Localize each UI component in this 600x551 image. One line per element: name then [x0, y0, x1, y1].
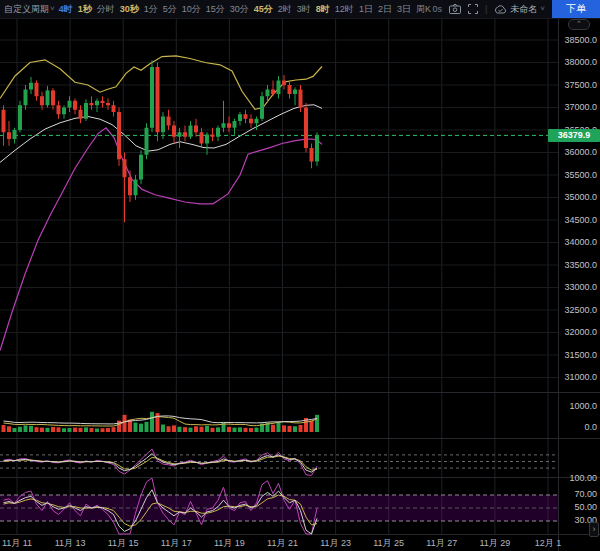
period-button-3[interactable]: 分时: [97, 3, 115, 16]
price-tick-label: 37500.0: [564, 81, 597, 90]
price-tick-label: 35000.0: [564, 193, 597, 202]
price-tick-label: 32000.0: [564, 328, 597, 337]
layout-name: 未命名: [510, 3, 537, 16]
time-tick-label: 11月 13: [55, 539, 86, 548]
price-tick-label: 38000.0: [564, 58, 597, 67]
period-button-13[interactable]: 8时: [316, 3, 330, 16]
cloud-icon: [494, 5, 507, 14]
chart-toolbar: 自定义周期 ˅ 4时1秒分时30秒1分5分10分15分30分45分2时3时8时1…: [0, 0, 600, 19]
fullscreen-button[interactable]: [468, 4, 478, 14]
layout-menu[interactable]: 未命名 ˅: [494, 3, 545, 16]
period-button-17[interactable]: 3日: [397, 3, 411, 16]
period-button-5[interactable]: 1分: [144, 3, 158, 16]
price-tick-label: 34000.0: [564, 238, 597, 247]
price-tick-label: 34500.0: [564, 216, 597, 225]
time-tick-label: 11月 27: [426, 539, 457, 548]
fullscreen-icon: [468, 4, 478, 14]
price-tick-label: 36000.0: [564, 148, 597, 157]
current-price-tag: 36379.9: [548, 129, 600, 142]
period-button-7[interactable]: 10分: [182, 3, 201, 16]
oscillator-tick-label: 50.00: [574, 503, 597, 512]
time-tick-label: 12月 1: [535, 539, 562, 548]
price-tick-label: 31500.0: [564, 351, 597, 360]
period-button-8[interactable]: 15分: [206, 3, 225, 16]
price-tick-label: 31000.0: [564, 373, 597, 382]
time-tick-label: 11月 21: [267, 539, 298, 548]
axis-expand-button[interactable]: ›: [589, 522, 599, 537]
chevron-down-icon: ˅: [540, 5, 545, 13]
chevron-down-icon: ˅: [50, 5, 55, 13]
time-tick-label: 11月 11: [2, 539, 32, 548]
screenshot-button[interactable]: [449, 4, 461, 14]
period-toolbar: 自定义周期 ˅ 4时1秒分时30秒1分5分10分15分30分45分2时3时8时1…: [0, 3, 431, 16]
camera-icon: [449, 4, 461, 14]
custom-period-dropdown[interactable]: 自定义周期 ˅: [4, 3, 55, 16]
period-button-2[interactable]: 1秒: [78, 3, 92, 16]
period-button-15[interactable]: 1日: [359, 3, 373, 16]
volume-tick-label: 0.0: [584, 423, 597, 432]
period-button-16[interactable]: 2日: [378, 3, 392, 16]
time-tick-label: 11月 25: [373, 539, 404, 548]
period-button-14[interactable]: 12时: [335, 3, 354, 16]
oscillator-tick-label: 70.00: [574, 490, 597, 499]
volume-tick-label: 1000.0: [569, 402, 597, 411]
period-button-18[interactable]: 周K: [416, 3, 431, 16]
custom-period-label: 自定义周期: [4, 3, 49, 16]
oscillator-tick-label: 100.00: [569, 474, 597, 483]
toolbar-right-group: 0s | 未命名 ˅: [432, 0, 600, 18]
trading-chart-app: 自定义周期 ˅ 4时1秒分时30秒1分5分10分15分30分45分2时3时8时1…: [0, 0, 600, 551]
collapse-axis-button[interactable]: ⌃: [568, 19, 590, 30]
order-button[interactable]: 下单: [552, 0, 600, 18]
time-tick-label: 11月 17: [161, 539, 192, 548]
time-tick-label: 11月 15: [108, 539, 139, 548]
period-button-11[interactable]: 2时: [278, 3, 292, 16]
chart-canvas[interactable]: [0, 0, 600, 551]
period-button-6[interactable]: 5分: [163, 3, 177, 16]
toolbar-divider: |: [485, 4, 487, 14]
bar-countdown: 0s: [432, 4, 442, 14]
price-tick-label: 37000.0: [564, 103, 597, 112]
time-tick-label: 11月 19: [214, 539, 245, 548]
time-tick-label: 11月 29: [479, 539, 510, 548]
price-tick-label: 33500.0: [564, 261, 597, 270]
period-button-9[interactable]: 30分: [230, 3, 249, 16]
time-tick-label: 11月 23: [320, 539, 351, 548]
period-list: 4时1秒分时30秒1分5分10分15分30分45分2时3时8时12时1日2日3日…: [59, 3, 431, 16]
price-tick-label: 33000.0: [564, 283, 597, 292]
price-tick-label: 35500.0: [564, 171, 597, 180]
price-tick-label: 32500.0: [564, 306, 597, 315]
period-button-12[interactable]: 3时: [297, 3, 311, 16]
period-button-1[interactable]: 4时: [59, 3, 73, 16]
price-tick-label: 38500.0: [564, 36, 597, 45]
period-button-10[interactable]: 45分: [254, 3, 273, 16]
period-button-4[interactable]: 30秒: [120, 3, 139, 16]
